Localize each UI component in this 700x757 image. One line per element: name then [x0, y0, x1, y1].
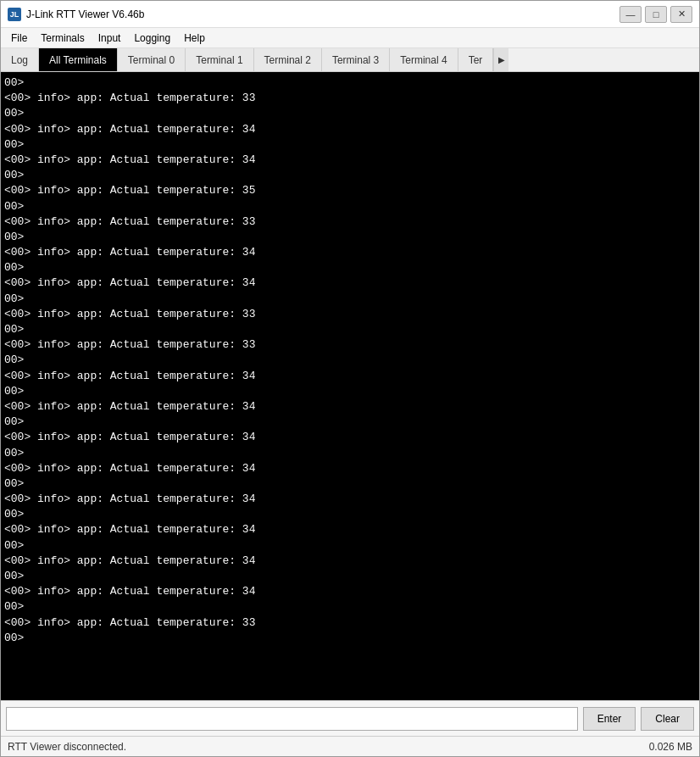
- minimize-button[interactable]: —: [619, 6, 642, 23]
- terminal-line: <00> info> app: Actual temperature: 34: [4, 584, 696, 599]
- terminal-line: <00> info> app: Actual temperature: 33: [4, 615, 696, 631]
- tab-all-terminals[interactable]: All Terminals: [39, 48, 118, 71]
- terminal-line: 00>: [4, 384, 696, 399]
- terminal-line: 00>: [4, 599, 696, 615]
- terminal-line: 00>: [4, 322, 696, 337]
- terminal-line: <00> info> app: Actual temperature: 33: [4, 214, 696, 230]
- title-bar: JL J-Link RTT Viewer V6.46b — □ ✕: [1, 1, 699, 28]
- terminal-line: <00> info> app: Actual temperature: 34: [4, 554, 696, 569]
- terminal-line: 00>: [4, 569, 696, 584]
- terminal-line: <00> info> app: Actual temperature: 34: [4, 522, 696, 537]
- status-bar: RTT Viewer disconnected. 0.026 MB: [1, 736, 699, 756]
- terminal-output: 00><00> info> app: Actual temperature: 3…: [1, 72, 699, 700]
- terminal-line: <00> info> app: Actual temperature: 34: [4, 492, 696, 507]
- tab-terminal-1[interactable]: Terminal 1: [186, 48, 253, 71]
- terminal-line: 00>: [4, 476, 696, 492]
- tab-terminal-2[interactable]: Terminal 2: [254, 48, 322, 71]
- maximize-button[interactable]: □: [645, 6, 667, 23]
- terminal-line: <00> info> app: Actual temperature: 34: [4, 276, 696, 291]
- input-bar: Enter Clear: [1, 700, 699, 736]
- app-icon: JL: [8, 8, 21, 21]
- terminal-line: 00>: [4, 631, 696, 646]
- terminal-line: 00>: [4, 106, 696, 121]
- terminal-line: <00> info> app: Actual temperature: 34: [4, 461, 696, 476]
- tab-terminal-3[interactable]: Terminal 3: [322, 48, 390, 71]
- terminal-line: <00> info> app: Actual temperature: 34: [4, 245, 696, 260]
- menu-file[interactable]: File: [4, 29, 34, 47]
- window-title: J-Link RTT Viewer V6.46b: [26, 8, 619, 20]
- menu-logging[interactable]: Logging: [127, 29, 177, 47]
- terminal-line: 00>: [4, 538, 696, 554]
- terminal-line: <00> info> app: Actual temperature: 35: [4, 183, 696, 198]
- connection-status: RTT Viewer disconnected.: [8, 741, 126, 753]
- terminal-line: 00>: [4, 353, 696, 368]
- tab-terminal-more[interactable]: Ter: [458, 48, 494, 71]
- main-window: JL J-Link RTT Viewer V6.46b — □ ✕ File T…: [0, 0, 700, 757]
- terminal-line: 00>: [4, 168, 696, 183]
- terminal-line: 00>: [4, 230, 696, 245]
- menu-help[interactable]: Help: [177, 29, 212, 47]
- terminal-line: <00> info> app: Actual temperature: 34: [4, 399, 696, 415]
- terminal-line: 00>: [4, 260, 696, 276]
- menu-terminals[interactable]: Terminals: [34, 29, 91, 47]
- terminal-line: <00> info> app: Actual temperature: 34: [4, 122, 696, 137]
- close-button[interactable]: ✕: [670, 6, 692, 23]
- menu-bar: File Terminals Input Logging Help: [1, 28, 699, 48]
- memory-usage: 0.026 MB: [649, 741, 692, 753]
- window-controls: — □ ✕: [619, 6, 692, 23]
- terminal-line: <00> info> app: Actual temperature: 33: [4, 337, 696, 353]
- tab-terminal-0[interactable]: Terminal 0: [118, 48, 186, 71]
- clear-button[interactable]: Clear: [641, 707, 694, 731]
- terminal-line: <00> info> app: Actual temperature: 34: [4, 369, 696, 384]
- terminal-line: 00>: [4, 415, 696, 430]
- tab-bar: Log All Terminals Terminal 0 Terminal 1 …: [1, 48, 699, 72]
- terminal-line: 00>: [4, 75, 696, 91]
- terminal-line: 00>: [4, 446, 696, 461]
- terminal-line: <00> info> app: Actual temperature: 33: [4, 91, 696, 106]
- tab-terminal-4[interactable]: Terminal 4: [390, 48, 458, 71]
- tab-nav-next-button[interactable]: ▶: [493, 48, 508, 71]
- terminal-line: 00>: [4, 507, 696, 522]
- enter-button[interactable]: Enter: [583, 707, 636, 731]
- terminal-line: <00> info> app: Actual temperature: 34: [4, 153, 696, 168]
- command-input[interactable]: [6, 707, 578, 731]
- terminal-line: 00>: [4, 199, 696, 214]
- terminal-line: 00>: [4, 292, 696, 307]
- menu-input[interactable]: Input: [92, 29, 128, 47]
- tab-log[interactable]: Log: [1, 48, 39, 71]
- terminal-line: <00> info> app: Actual temperature: 34: [4, 430, 696, 445]
- terminal-line: 00>: [4, 137, 696, 153]
- terminal-line: <00> info> app: Actual temperature: 33: [4, 307, 696, 322]
